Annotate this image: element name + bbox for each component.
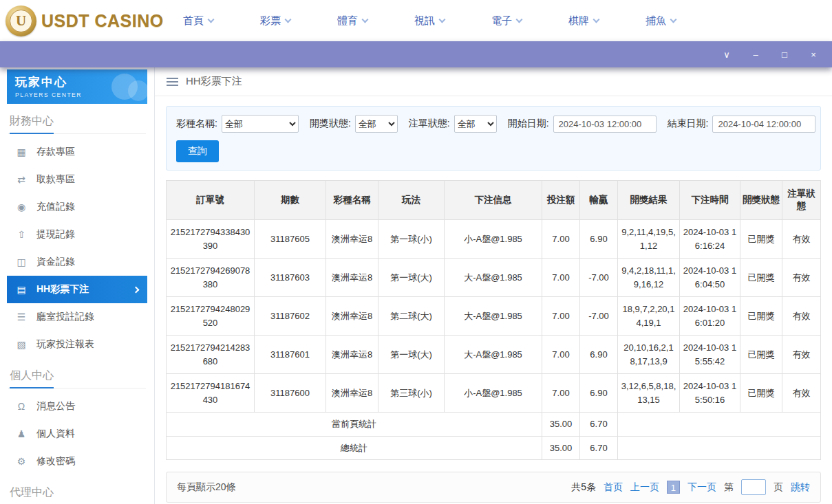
cell-draw-status: 已開獎 bbox=[740, 297, 782, 336]
jump-prefix: 第 bbox=[724, 481, 734, 494]
withdraw-record-icon: ⇧ bbox=[16, 229, 27, 240]
cell-draw-result: 9,2,11,4,19,5,1,12 bbox=[618, 220, 680, 259]
chevron-down-icon bbox=[208, 16, 215, 23]
sidebar-item-label: 充值記錄 bbox=[36, 201, 75, 213]
nav-label-sports: 體育 bbox=[337, 14, 358, 28]
cell-win-loss: -7.00 bbox=[580, 259, 618, 297]
nav-item-fishing[interactable]: 捕魚 bbox=[646, 14, 676, 28]
cell-lottery-name: 澳洲幸运8 bbox=[326, 336, 378, 374]
cell-draw-result: 20,10,16,2,18,17,13,9 bbox=[618, 336, 680, 374]
orders-header-row: 訂單號期數彩種名稱玩法下注信息投注額輸贏開獎結果下注時間開獎狀態注單狀態 bbox=[167, 181, 821, 220]
logo[interactable]: U USDT CASINO bbox=[0, 6, 160, 36]
cell-lottery-name: 澳洲幸运8 bbox=[326, 297, 378, 336]
cell-period: 31187602 bbox=[255, 297, 326, 336]
sidebar-item-label: 玩家投注報表 bbox=[36, 338, 94, 351]
table-row: 215217279418167443031187600澳洲幸运8第三球(小)小-… bbox=[167, 374, 821, 413]
first-page-link[interactable]: 首页 bbox=[604, 481, 623, 494]
order-status-label: 注單狀態: bbox=[409, 118, 450, 130]
cell-order-status: 有效 bbox=[782, 336, 821, 374]
chevron-down-icon[interactable]: ∨ bbox=[722, 50, 732, 59]
col-header-bet-amount: 投注額 bbox=[542, 181, 580, 220]
nav-label-fishing: 捕魚 bbox=[646, 14, 666, 28]
cell-play-type: 第一球(大) bbox=[378, 259, 445, 297]
sidebar-item-withdraw-record[interactable]: ⇧ 提現記錄 bbox=[7, 221, 147, 248]
col-header-win-loss: 輸贏 bbox=[580, 181, 618, 220]
chevron-right-icon bbox=[133, 286, 140, 293]
summary-empty bbox=[618, 436, 821, 460]
sidebar-sections: 財務中心 ▦ 存款專區 ⇄ 取款專區 ◉ 充值記錄 ⇧ 提現記錄 ◫ 資金記錄 … bbox=[7, 114, 147, 504]
sidebar-item-hh-lottery-bet[interactable]: ▤ HH彩票下注 bbox=[7, 276, 147, 303]
cell-draw-result: 9,4,2,18,11,1,9,16,12 bbox=[618, 259, 680, 297]
chevron-down-icon bbox=[285, 16, 292, 23]
maximize-icon[interactable]: □ bbox=[780, 50, 789, 59]
jump-page-input[interactable] bbox=[741, 479, 766, 495]
cell-win-loss: 6.90 bbox=[580, 220, 618, 259]
jump-link[interactable]: 跳转 bbox=[791, 481, 810, 494]
sidebar-section-heading: 財務中心 bbox=[8, 114, 146, 134]
cell-play-type: 第一球(小) bbox=[378, 220, 445, 259]
query-button[interactable]: 查詢 bbox=[176, 140, 219, 162]
cell-bet-info: 大-A盤@1.985 bbox=[445, 297, 542, 336]
nav-item-chess[interactable]: 棋牌 bbox=[568, 14, 599, 28]
col-header-period: 期數 bbox=[255, 181, 326, 220]
cell-draw-status: 已開獎 bbox=[740, 259, 782, 297]
cell-bet-info: 大-A盤@1.985 bbox=[445, 336, 542, 374]
window-titlebar: ∨ – □ × bbox=[0, 41, 832, 67]
orders-table: 訂單號期數彩種名稱玩法下注信息投注額輸贏開獎結果下注時間開獎狀態注單狀態 215… bbox=[166, 180, 821, 460]
cell-bet-amount: 7.00 bbox=[542, 374, 580, 413]
filter-draw-status: 開獎狀態: 全部 bbox=[310, 115, 398, 133]
section-heading-text: 個人中心 bbox=[10, 369, 54, 383]
end-date-input[interactable] bbox=[712, 116, 815, 133]
nav-item-electronic[interactable]: 電子 bbox=[491, 14, 522, 28]
sidebar-item-label: 提現記錄 bbox=[36, 228, 75, 241]
cell-bet-amount: 7.00 bbox=[542, 297, 580, 336]
sidebar-item-recharge-record[interactable]: ◉ 充值記錄 bbox=[7, 193, 147, 221]
menu-icon[interactable] bbox=[167, 78, 178, 86]
sidebar-item-fund-record[interactable]: ◫ 資金記錄 bbox=[7, 248, 147, 276]
sidebar-item-room-bet-record[interactable]: ☰ 廳室投註記錄 bbox=[7, 303, 147, 331]
minimize-icon[interactable]: – bbox=[751, 50, 760, 59]
col-header-order-id: 訂單號 bbox=[167, 181, 255, 220]
cell-draw-status: 已開獎 bbox=[740, 374, 782, 413]
summary-empty bbox=[618, 413, 821, 437]
filter-row: 彩種名稱: 全部 開獎狀態: 全部 注單狀態: 全 bbox=[176, 115, 811, 133]
cell-bet-time: 2024-10-03 16:04:50 bbox=[680, 259, 740, 297]
player-bet-report-icon: ▧ bbox=[16, 339, 27, 350]
lottery-select[interactable]: 全部 bbox=[222, 115, 299, 133]
summary-row: 總統計35.006.70 bbox=[167, 436, 821, 460]
cell-order-status: 有效 bbox=[782, 259, 821, 297]
sidebar-item-label: 存款專區 bbox=[36, 146, 75, 158]
draw-status-select[interactable]: 全部 bbox=[355, 115, 398, 133]
cell-draw-result: 3,12,6,5,8,18,13,15 bbox=[618, 374, 680, 413]
nav-item-sports[interactable]: 體育 bbox=[337, 14, 367, 28]
sidebar-item-label: 修改密碼 bbox=[36, 455, 75, 468]
sidebar-item-change-password[interactable]: ⚙ 修改密碼 bbox=[7, 448, 147, 475]
start-date-input[interactable] bbox=[553, 116, 657, 133]
sidebar-item-label: 個人資料 bbox=[36, 428, 75, 440]
sidebar-item-announcements[interactable]: Ω 消息公告 bbox=[7, 393, 147, 420]
current-page[interactable]: 1 bbox=[667, 481, 680, 494]
nav-label-electronic: 電子 bbox=[491, 14, 512, 28]
nav-item-lottery[interactable]: 彩票 bbox=[260, 14, 290, 28]
chevron-down-icon bbox=[593, 16, 600, 23]
cell-order-id: 2152172794181674430 bbox=[167, 374, 255, 413]
next-page-link[interactable]: 下一页 bbox=[687, 481, 716, 494]
order-status-select[interactable]: 全部 bbox=[454, 115, 497, 133]
page-title: HH彩票下注 bbox=[186, 75, 242, 88]
sidebar-item-profile[interactable]: ♟ 個人資料 bbox=[7, 420, 147, 448]
nav-item-video[interactable]: 視訊 bbox=[414, 14, 445, 28]
pagination-bar: 每頁顯示20條 共5条 首页 上一页 1 下一页 第 页 跳转 bbox=[166, 472, 821, 503]
cell-order-id: 2152172794269078380 bbox=[167, 259, 255, 297]
sidebar-item-withdraw[interactable]: ⇄ 取款專區 bbox=[7, 166, 147, 193]
cell-order-status: 有效 bbox=[782, 220, 821, 259]
prev-page-link[interactable]: 上一页 bbox=[630, 481, 659, 494]
sidebar-item-deposit[interactable]: ▦ 存款專區 bbox=[7, 138, 147, 166]
sidebar-item-player-bet-report[interactable]: ▧ 玩家投注報表 bbox=[7, 331, 147, 358]
nav-item-home[interactable]: 首頁 bbox=[183, 14, 213, 28]
cell-win-loss: 6.90 bbox=[580, 374, 618, 413]
sidebar-item-label: HH彩票下注 bbox=[36, 283, 89, 296]
close-icon[interactable]: × bbox=[809, 50, 818, 59]
filter-panel: 彩種名稱: 全部 開獎狀態: 全部 注單狀態: 全 bbox=[166, 106, 821, 171]
withdraw-icon: ⇄ bbox=[16, 174, 27, 185]
cell-bet-info: 小-A盤@1.985 bbox=[445, 374, 542, 413]
